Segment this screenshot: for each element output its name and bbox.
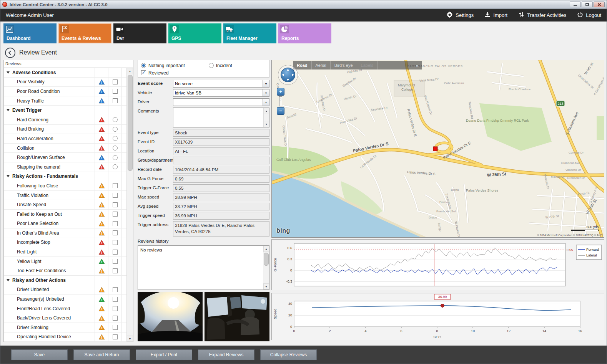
review-item-front-road-lens-covered[interactable]: Front/Road Lens Covered!	[4, 304, 126, 314]
checkbox[interactable]	[113, 334, 118, 339]
field-driver[interactable]: ▼	[173, 98, 269, 106]
history-scrollbar[interactable]: ▲▼	[263, 246, 269, 290]
reviews-scrollbar[interactable]: ▲ ▼	[126, 68, 133, 342]
review-group-risky-actions-fundamentals[interactable]: Risky Actions - Fundamentals	[4, 172, 126, 182]
review-item-in-other-s-blind-area[interactable]: In Other's Blind Area!	[4, 228, 126, 238]
checkbox[interactable]	[113, 202, 118, 207]
back-button[interactable]	[5, 48, 15, 58]
checkbox[interactable]	[113, 230, 118, 235]
event-location-marker[interactable]	[433, 147, 437, 151]
review-item-too-fast-for-conditions[interactable]: Too Fast For Conditions!	[4, 266, 126, 276]
nothing-important-radio[interactable]	[141, 63, 146, 68]
front-camera-thumbnail[interactable]	[138, 292, 203, 341]
radio-button[interactable]	[113, 155, 118, 160]
checkbox[interactable]	[113, 193, 118, 198]
review-item-back-driver-lens-covered[interactable]: Back/Driver Lens Covered!	[4, 313, 126, 323]
review-item-hard-braking[interactable]: Hard Braking!	[4, 125, 126, 134]
review-item-traffic-violation[interactable]: Traffic Violation!	[4, 191, 126, 200]
checkbox[interactable]	[113, 325, 118, 330]
bing-map[interactable]: EAST RANCHO PALOS VERDESMarymountCollege…	[271, 60, 604, 238]
review-item-poor-lane-selection[interactable]: Poor Lane Selection!	[4, 219, 126, 229]
review-item-incomplete-stop[interactable]: Incomplete Stop!	[4, 238, 126, 248]
review-item-unsafe-speed[interactable]: Unsafe Speed!	[4, 200, 126, 210]
minimize-button[interactable]	[570, 2, 581, 7]
review-item-hard-acceleration[interactable]: Hard Acceleration!	[4, 134, 126, 144]
tab-gps[interactable]: GPS	[168, 23, 221, 43]
map-view-road[interactable]: Road	[293, 61, 312, 69]
review-item-heavy-traffic[interactable]: Heavy Traffic!	[4, 96, 126, 106]
field-vehicle[interactable]: idrive Van SB▼	[173, 89, 269, 97]
review-item-passenger-s-unbelted[interactable]: Passenger(s) Unbelted!	[4, 295, 126, 304]
radio-button[interactable]	[113, 146, 118, 151]
reviews-history-list[interactable]: No reviews ▲▼	[138, 245, 269, 290]
checkbox[interactable]	[113, 259, 118, 264]
radio-button[interactable]	[113, 164, 118, 169]
collapse-arrow-icon[interactable]	[7, 109, 10, 111]
review-item-collision[interactable]: Collision!	[4, 144, 126, 153]
close-button[interactable]	[594, 2, 605, 7]
checkbox[interactable]	[113, 221, 118, 226]
review-item-driver-unbelted[interactable]: Driver Unbelted!	[4, 285, 126, 295]
tab-fleet-manager[interactable]: Fleet Manager	[223, 23, 276, 43]
zoom-out-button[interactable]: −	[277, 107, 284, 115]
save-button[interactable]: Save	[11, 349, 68, 360]
field-event-score[interactable]: No score▼	[173, 80, 269, 88]
checkbox[interactable]	[113, 79, 118, 84]
checkbox[interactable]	[113, 240, 118, 245]
review-item-slapping-the-camera[interactable]: Slapping the camera!!	[4, 162, 126, 172]
expand-reviews-button[interactable]: Expand Reviews	[198, 349, 254, 360]
zoom-slider[interactable]	[279, 96, 282, 106]
scrollbar-thumb[interactable]	[128, 75, 133, 171]
collapse-arrow-icon[interactable]	[7, 175, 10, 177]
logout-button[interactable]: Logout	[577, 12, 601, 19]
scroll-up-icon[interactable]: ▲	[127, 68, 133, 74]
review-item-hard-cornering[interactable]: Hard Cornering!	[4, 115, 126, 125]
chevron-down-icon[interactable]: ▼	[263, 99, 269, 106]
transfer-activities-button[interactable]: Transfer Activities	[518, 12, 566, 19]
map-view-bird-s-eye[interactable]: Bird's eye	[331, 61, 357, 69]
radio-button[interactable]	[113, 136, 118, 141]
zoom-in-button[interactable]: +	[277, 88, 284, 96]
review-item-poor-visibility[interactable]: Poor Visibility!	[4, 78, 126, 87]
review-item-poor-road-condition[interactable]: Poor Road Condition!	[4, 87, 126, 96]
tab-reports[interactable]: Reports	[278, 23, 331, 43]
scrollbar[interactable]: ▲▼	[263, 108, 269, 127]
field-comments[interactable]: ▲▼	[173, 108, 269, 127]
checkbox[interactable]	[113, 316, 118, 321]
review-item-driver-smoking[interactable]: Driver Smoking!	[4, 323, 126, 333]
review-group-event-trigger[interactable]: Event Trigger	[4, 106, 126, 115]
map-view-aerial[interactable]: Aerial	[312, 61, 331, 69]
export-print-button[interactable]: Export / Print	[136, 349, 192, 360]
review-item-failed-to-keep-an-out[interactable]: Failed to Keep an Out!	[4, 210, 126, 219]
cabin-camera-thumbnail[interactable]	[205, 292, 269, 341]
collapse-reviews-button[interactable]: Collapse Reviews	[260, 349, 317, 360]
checkbox[interactable]	[113, 212, 118, 217]
scroll-down-icon[interactable]: ▼	[127, 336, 133, 342]
checkbox[interactable]	[113, 287, 118, 292]
review-item-yellow-light[interactable]: Yellow Light!	[4, 257, 126, 266]
chevron-down-icon[interactable]: ▼	[263, 80, 269, 87]
checkbox[interactable]	[113, 250, 118, 255]
review-group-adverse-conditions[interactable]: Adverse Conditions	[4, 68, 126, 78]
map-compass-control[interactable]	[278, 65, 298, 85]
review-item-rough-uneven-surface[interactable]: Rough/Uneven Surface!	[4, 153, 126, 162]
checkbox[interactable]	[113, 98, 118, 103]
import-button[interactable]: Import	[484, 12, 507, 19]
settings-button[interactable]: Settings	[446, 12, 474, 19]
review-item-following-too-close[interactable]: Following Too Close!	[4, 181, 126, 191]
review-item-red-light[interactable]: Red Light!	[4, 247, 126, 257]
tab-dashboard[interactable]: Dashboard	[3, 23, 57, 43]
review-item-operating-handled-device[interactable]: Operating Handled Device!	[4, 333, 126, 342]
checkbox[interactable]	[113, 183, 118, 188]
radio-button[interactable]	[113, 117, 118, 122]
chevron-down-icon[interactable]: ▼	[263, 89, 269, 96]
checkbox[interactable]	[113, 268, 118, 273]
collapse-arrow-icon[interactable]	[7, 71, 10, 74]
map-view-labels[interactable]: Labels	[357, 61, 378, 69]
save-and-return-button[interactable]: Save and Return	[73, 349, 130, 360]
radio-button[interactable]	[113, 127, 118, 132]
checkbox[interactable]	[113, 297, 118, 302]
maximize-button[interactable]	[582, 2, 593, 7]
review-group-risky-and-other-actions[interactable]: Risky and Other Actions	[4, 276, 126, 285]
checkbox[interactable]	[113, 89, 118, 94]
